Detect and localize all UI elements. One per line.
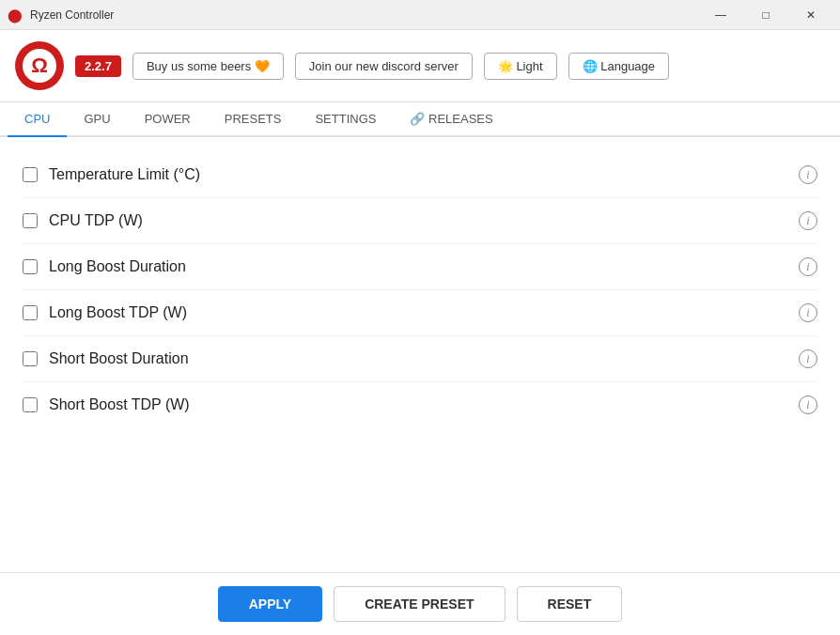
discord-button[interactable]: Join our new discord server bbox=[295, 53, 473, 80]
label-long-boost-duration: Long Boost Duration bbox=[49, 258, 787, 275]
nav-tabs: CPU GPU POWER PRESETS SETTINGS 🔗 RELEASE… bbox=[0, 102, 840, 137]
logo: Ω bbox=[15, 41, 64, 90]
setting-row-temp-limit: Temperature Limit (°C)i bbox=[23, 152, 817, 198]
setting-row-long-boost-tdp: Long Boost TDP (W)i bbox=[23, 290, 817, 336]
info-icon-temp-limit[interactable]: i bbox=[799, 165, 817, 184]
info-icon-cpu-tdp[interactable]: i bbox=[799, 211, 817, 230]
beers-button[interactable]: Buy us some beers 🧡 bbox=[132, 53, 284, 80]
apply-button[interactable]: APPLY bbox=[218, 586, 322, 622]
minimize-button[interactable]: — bbox=[699, 0, 742, 30]
version-badge: 2.2.7 bbox=[75, 55, 121, 77]
tab-gpu[interactable]: GPU bbox=[67, 102, 127, 137]
checkbox-short-boost-duration[interactable] bbox=[23, 351, 38, 366]
setting-row-long-boost-duration: Long Boost Durationi bbox=[23, 244, 817, 290]
light-button[interactable]: 🌟 Light bbox=[484, 53, 557, 80]
title-bar-left: ⬤ Ryzen Controller bbox=[8, 8, 114, 23]
setting-row-short-boost-duration: Short Boost Durationi bbox=[23, 336, 817, 382]
main-content: Temperature Limit (°C)iCPU TDP (W)iLong … bbox=[0, 137, 840, 572]
tab-settings[interactable]: SETTINGS bbox=[298, 102, 393, 137]
tab-presets[interactable]: PRESETS bbox=[208, 102, 299, 137]
app-title: Ryzen Controller bbox=[30, 8, 114, 22]
logo-symbol: Ω bbox=[31, 55, 48, 76]
tab-cpu[interactable]: CPU bbox=[8, 102, 67, 137]
logo-inner: Ω bbox=[23, 49, 56, 83]
checkbox-long-boost-duration[interactable] bbox=[23, 259, 38, 274]
reset-button[interactable]: RESET bbox=[517, 586, 623, 622]
label-short-boost-tdp: Short Boost TDP (W) bbox=[49, 396, 787, 413]
setting-row-cpu-tdp: CPU TDP (W)i bbox=[23, 198, 817, 244]
title-bar-controls: — □ ✕ bbox=[699, 0, 832, 30]
app-icon: ⬤ bbox=[8, 8, 23, 23]
create-preset-button[interactable]: CREATE PRESET bbox=[334, 586, 505, 622]
info-icon-short-boost-duration[interactable]: i bbox=[799, 349, 817, 368]
checkbox-long-boost-tdp[interactable] bbox=[23, 305, 38, 320]
info-icon-long-boost-tdp[interactable]: i bbox=[799, 303, 817, 322]
label-temp-limit: Temperature Limit (°C) bbox=[49, 166, 787, 183]
maximize-button[interactable]: □ bbox=[744, 0, 787, 30]
close-button[interactable]: ✕ bbox=[789, 0, 832, 30]
label-cpu-tdp: CPU TDP (W) bbox=[49, 212, 787, 229]
checkbox-cpu-tdp[interactable] bbox=[23, 213, 38, 228]
header: Ω 2.2.7 Buy us some beers 🧡 Join our new… bbox=[0, 30, 840, 102]
tab-releases[interactable]: 🔗 RELEASES bbox=[393, 102, 509, 137]
language-button[interactable]: 🌐 Language bbox=[568, 53, 669, 80]
title-bar: ⬤ Ryzen Controller — □ ✕ bbox=[0, 0, 840, 30]
footer: APPLY CREATE PRESET RESET bbox=[0, 572, 840, 635]
info-icon-long-boost-duration[interactable]: i bbox=[799, 257, 817, 276]
label-long-boost-tdp: Long Boost TDP (W) bbox=[49, 304, 787, 321]
setting-row-short-boost-tdp: Short Boost TDP (W)i bbox=[23, 382, 817, 427]
tab-power[interactable]: POWER bbox=[128, 102, 208, 137]
info-icon-short-boost-tdp[interactable]: i bbox=[799, 395, 817, 414]
checkbox-short-boost-tdp[interactable] bbox=[23, 397, 38, 412]
checkbox-temp-limit[interactable] bbox=[23, 167, 38, 182]
label-short-boost-duration: Short Boost Duration bbox=[49, 350, 787, 367]
